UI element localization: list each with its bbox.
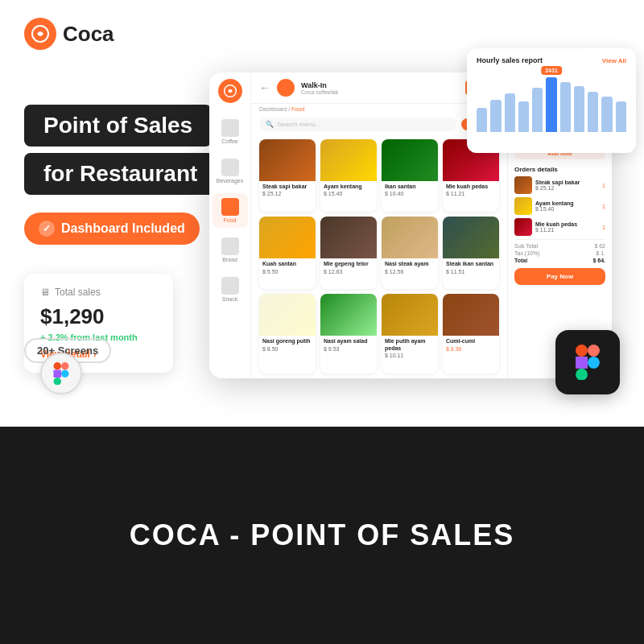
store-sub: Coca coffeelak — [301, 89, 459, 95]
bar-8 — [574, 86, 584, 132]
order-img-1 — [514, 176, 532, 194]
food-info-3: Ikan santan $ 10.40 — [382, 181, 438, 199]
pay-now-button[interactable]: Pay Now — [514, 268, 605, 285]
store-info: Walk-In Coca coffeelak — [301, 81, 459, 95]
store-logo — [277, 79, 295, 97]
bar-10 — [601, 97, 612, 132]
food-info-9: Nasi goreng putih $ 8.50 — [259, 336, 316, 353]
food-card-7[interactable]: Nasi steak ayam $ 12.56 — [382, 217, 438, 289]
food-card-6[interactable]: Mie gepeng telor $ 12.83 — [320, 217, 377, 289]
back-button[interactable]: ← — [259, 81, 270, 94]
search-icon: 🔍 — [266, 121, 274, 128]
svg-rect-9 — [576, 357, 588, 369]
food-info-11: Mie putih ayam pedas $ 10.11 — [382, 336, 438, 361]
order-img-3 — [514, 218, 532, 236]
food-img-11 — [382, 294, 438, 336]
svg-point-5 — [61, 370, 69, 378]
sidebar-cat-snack[interactable]: Snack — [213, 272, 248, 307]
orders-section-title: Orders details — [514, 166, 605, 173]
bar-tooltip: 2431 — [541, 66, 562, 75]
search-box[interactable]: 🔍 Search menu... — [259, 118, 456, 131]
headline-restaurant: for Restaurant — [24, 153, 217, 195]
bar-11 — [616, 101, 626, 132]
dashboard-badge: ✓ Dashboard Included — [24, 213, 200, 245]
qty-control-3[interactable]: 1 — [602, 225, 605, 230]
sidebar-logo — [218, 79, 242, 103]
sales-card-header: 🖥 Total sales — [40, 287, 157, 298]
total-row: Total $ 64. — [514, 258, 605, 263]
food-img-7 — [382, 217, 438, 258]
food-info-2: Ayam kentang $ 15.40 — [320, 181, 377, 199]
food-info-4: Mie kuah pedas $ 11.21 — [443, 181, 499, 199]
figma-icon-dark — [555, 330, 620, 394]
food-info-12: Cumi-cumi $ 8.30 — [443, 336, 499, 353]
sales-card-label: Total sales — [55, 287, 101, 298]
dashboard-label: Dashboard Included — [61, 221, 185, 236]
bar-6 — [546, 77, 556, 132]
store-name: Walk-In — [301, 81, 459, 89]
food-img-3 — [382, 139, 438, 181]
food-img-5 — [259, 217, 316, 258]
check-icon: ✓ — [39, 221, 55, 237]
tax-row: Tax (10%) $ 1. — [514, 250, 605, 256]
chart-title: Hourly sales report — [477, 56, 543, 64]
food-card-12[interactable]: Cumi-cumi $ 8.30 — [443, 294, 499, 374]
sidebar-cat-food[interactable]: Food — [213, 193, 248, 228]
bottom-title: COCA - POINT OF SALES — [130, 518, 515, 552]
food-card-9[interactable]: Nasi goreng putih $ 8.50 — [259, 294, 316, 374]
svg-rect-4 — [54, 378, 62, 385]
bar-1 — [477, 108, 487, 132]
bar-4 — [518, 101, 529, 132]
svg-rect-10 — [576, 369, 588, 380]
food-img-1 — [259, 139, 316, 181]
order-details-1: Steak sapi bakar $ 25.12 — [535, 180, 599, 191]
order-item-3: Mie kuah pedas $ 11.21 1 — [514, 218, 605, 236]
qty-control-2[interactable]: 1 — [602, 204, 605, 209]
search-placeholder: Search menu... — [277, 121, 320, 128]
food-card-10[interactable]: Nasi ayam salad $ 9.53 — [320, 294, 377, 374]
figma-icon-small — [40, 353, 82, 394]
food-card-8[interactable]: Steak ikan santan $ 11.51 — [443, 217, 499, 289]
pos-sidebar: Coffee Beverages Food Bread — [209, 72, 251, 378]
food-card-3[interactable]: Ikan santan $ 10.40 — [382, 139, 438, 212]
sidebar-cat-beverages[interactable]: Beverages — [213, 154, 248, 188]
chart-view-all[interactable]: View All — [602, 57, 626, 64]
chart-area: 2431 — [477, 68, 626, 132]
svg-rect-3 — [54, 370, 62, 378]
food-info-6: Mie gepeng telor $ 12.83 — [320, 258, 377, 276]
sales-amount: $1,290 — [40, 304, 157, 329]
svg-point-11 — [588, 357, 600, 369]
food-info-5: Kuah santan $ 5.50 — [259, 258, 316, 276]
bar-7 — [560, 82, 571, 132]
top-section: Coca Point of Sales for Restaurant ✓ Das… — [0, 0, 644, 427]
subtotal-row: Sub Total $ 62 — [514, 243, 605, 249]
food-info-7: Nasi steak ayam $ 12.56 — [382, 258, 438, 276]
bar-5 — [532, 88, 543, 132]
bar-9 — [588, 92, 598, 132]
svg-rect-2 — [61, 362, 69, 370]
order-details-2: Ayam kentang $ 15.40 — [535, 200, 599, 212]
sidebar-cat-coffee[interactable]: Coffee — [213, 114, 248, 149]
food-img-12 — [443, 294, 499, 336]
bottom-section: COCA - POINT OF SALES — [0, 427, 644, 644]
logo-text: Coca — [63, 22, 114, 47]
order-details-3: Mie kuah pedas $ 11.21 — [535, 221, 599, 233]
logo-icon — [24, 18, 56, 50]
food-img-6 — [320, 217, 377, 258]
food-info-8: Steak ikan santan $ 11.51 — [443, 258, 499, 276]
qty-control-1[interactable]: 1 — [602, 183, 605, 188]
food-card-11[interactable]: Mie putih ayam pedas $ 10.11 — [382, 294, 438, 374]
sidebar-cat-bread[interactable]: Bread — [213, 233, 248, 267]
food-grid: Steak sapi bakar $ 25.12 Ayam kentang $ … — [251, 134, 507, 378]
food-card-2[interactable]: Ayam kentang $ 15.40 — [320, 139, 377, 212]
food-card-1[interactable]: Steak sapi bakar $ 25.12 — [259, 139, 316, 212]
food-info-10: Nasi ayam salad $ 9.53 — [320, 336, 377, 353]
order-item-2: Ayam kentang $ 15.40 1 — [514, 197, 605, 215]
food-img-10 — [320, 294, 377, 336]
monitor-icon: 🖥 — [40, 287, 50, 298]
food-card-5[interactable]: Kuah santan $ 5.50 — [259, 217, 316, 289]
food-info-1: Steak sapi bakar $ 25.12 — [259, 181, 316, 199]
bar-3 — [505, 93, 515, 132]
order-item-1: Steak sapi bakar $ 25.12 1 — [514, 176, 605, 194]
food-img-9 — [259, 294, 316, 336]
